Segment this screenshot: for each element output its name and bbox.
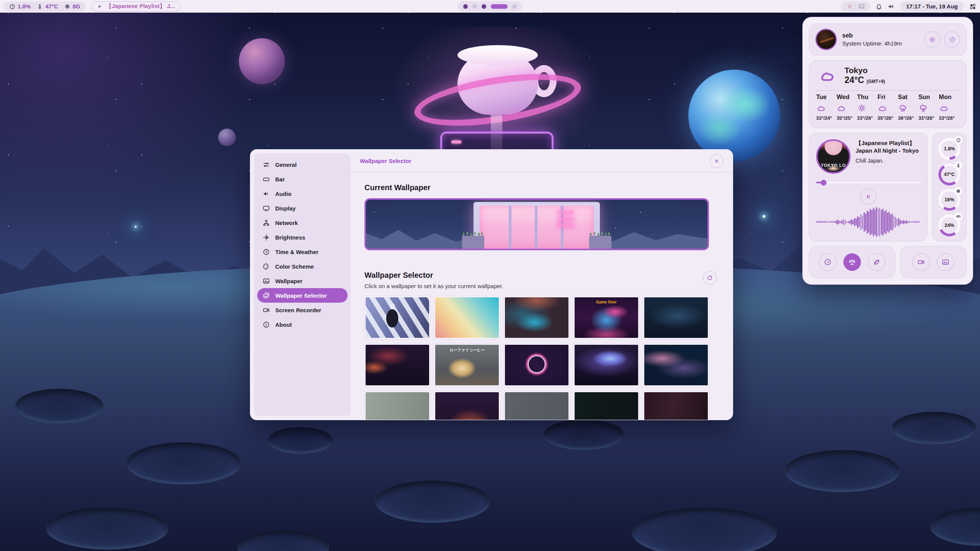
wallpaper-thumb-pastel-gradient[interactable] — [434, 296, 500, 339]
media-pill[interactable]: 【Japanese Playlist】 J... — [91, 2, 181, 11]
selector-subtitle: Click on a wallpaper to set it as your c… — [364, 283, 503, 289]
album-art: TOKYO LO — [816, 139, 851, 174]
preview-planter — [462, 236, 484, 249]
volume-button[interactable] — [888, 3, 895, 10]
rain-weather-icon — [898, 103, 918, 113]
gauge-icon — [824, 258, 831, 266]
cpu-usage: 1.8% — [9, 3, 31, 10]
leaf-icon — [873, 258, 880, 266]
bright-star — [763, 215, 765, 218]
thumb-overlay-text: ローファイコーヒー — [449, 347, 484, 353]
weather-forecast: Tue 33°/24° Wed 35°/25° Thu 33°/26° Fri … — [816, 94, 959, 121]
sidebar-item-wallpaper[interactable]: Wallpaper — [257, 274, 348, 288]
network-icon — [263, 219, 270, 227]
screen-record-button[interactable] — [912, 253, 930, 271]
wallpaper-thumb-sage-gradient[interactable] — [364, 391, 430, 420]
wallpaper-thumb-cyberpunk-arcade[interactable]: Game Over — [573, 296, 639, 339]
power-button[interactable] — [944, 31, 960, 47]
window-header: Wallpaper Selector — [351, 150, 733, 172]
wallpaper-thumb-ember-forest-figure[interactable] — [364, 344, 430, 386]
window-title: Wallpaper Selector — [360, 158, 412, 164]
dashboard-button[interactable] — [969, 3, 976, 10]
workspace-dot-occupied[interactable] — [463, 4, 468, 9]
wallpaper-thumb-teal-aurora-blur[interactable] — [504, 296, 570, 339]
preview-cafe: Fresh Moon Beans — [474, 202, 600, 249]
settings-button[interactable] — [924, 31, 940, 47]
current-wallpaper-heading: Current Wallpaper — [364, 183, 717, 192]
tray-app-icon-2[interactable] — [858, 3, 865, 10]
wallpaper-thumb-nebula-forest[interactable] — [573, 344, 639, 386]
gallery-icon — [263, 292, 270, 299]
power-icon — [949, 36, 956, 43]
weather-temperature: 24°C — [844, 75, 864, 85]
weather-city: Tokyo — [844, 66, 885, 75]
sidebar-item-color-scheme[interactable]: Color Scheme — [257, 259, 348, 274]
sidebar-item-time-weather[interactable]: Time & Weather — [257, 245, 348, 259]
system-stat-memory: 16% — [938, 188, 961, 212]
power-saver-profile-button[interactable] — [868, 253, 885, 271]
workspace-dot-empty[interactable] — [472, 4, 477, 9]
sidebar-item-wallpaper-selector[interactable]: Wallpaper Selector — [257, 288, 348, 303]
close-button[interactable] — [710, 154, 724, 168]
wallpaper-thumb-particle-mesh-wave[interactable] — [643, 344, 709, 386]
progress-knob[interactable] — [821, 180, 826, 186]
storm-weather-icon — [918, 103, 939, 113]
settings-window: General Bar Audio Display Network Bright… — [250, 149, 733, 420]
wallpaper-thumb-crimson-grove[interactable] — [434, 391, 500, 420]
dashboard-panel: seb System Uptime: 4h19m Tokyo 24°C (GMT… — [802, 17, 973, 285]
sidebar-item-screen-recorder[interactable]: Screen Recorder — [257, 303, 348, 317]
video-camera-icon — [917, 258, 925, 266]
system-stat-temperature: 47°C — [938, 163, 961, 186]
weather-divider — [816, 90, 959, 91]
avatar — [815, 29, 837, 50]
sidebar-item-about[interactable]: About — [257, 317, 348, 332]
wallpaper-thumb-lofi-coffee-shop[interactable]: ローファイコーヒー — [434, 344, 500, 386]
media-progress-slider[interactable] — [816, 180, 920, 185]
wallpaper-thumb-plum-dusk[interactable] — [643, 391, 709, 420]
settings-content: Current Wallpaper Fresh Moon Beans Wallp… — [351, 173, 733, 420]
sidebar-item-bar[interactable]: Bar — [257, 172, 348, 186]
balanced-profile-button[interactable] — [843, 253, 861, 271]
cpu-temp: 47°C — [37, 3, 58, 10]
wallpaper-thumb-purple-eclipse-ring[interactable] — [504, 344, 570, 386]
preview-planter — [589, 236, 611, 249]
sidebar-item-audio[interactable]: Audio — [257, 186, 348, 201]
display-icon — [263, 205, 270, 212]
sidebar-item-network[interactable]: Network — [257, 215, 348, 230]
screenshot-button[interactable] — [937, 253, 954, 271]
sidebar-list: General Bar Audio Display Network Bright… — [257, 157, 348, 332]
system-stat-cpu: 1.8% — [938, 137, 961, 161]
preview-neon-text: Fresh Moon Beans — [552, 209, 579, 228]
user-card: seb System Uptime: 4h19m — [809, 23, 967, 55]
pause-button[interactable] — [860, 189, 876, 205]
cloud-weather-icon — [939, 103, 959, 113]
forecast-day: Wed 35°/25° — [836, 94, 857, 121]
system-uptime: System Uptime: 4h19m — [842, 40, 902, 47]
refresh-button[interactable] — [703, 271, 717, 285]
purple-planet — [239, 38, 285, 84]
image-icon — [942, 258, 949, 266]
sidebar-item-brightness[interactable]: Brightness — [257, 230, 348, 245]
top-bar: 1.8% 47°C 8G 【Japanese Playlist】 J... 17… — [0, 0, 980, 13]
earth-planet — [688, 70, 780, 161]
audio-icon — [263, 190, 270, 197]
partly-weather-icon — [857, 103, 877, 113]
wallpaper-thumb-snowy-night-castle[interactable] — [643, 296, 709, 339]
scales-icon — [848, 258, 856, 266]
workspace-dot-empty[interactable] — [512, 4, 517, 9]
performance-profile-button[interactable] — [819, 253, 836, 271]
workspace-dot-occupied[interactable] — [482, 4, 486, 9]
media-pill-title: 【Japanese Playlist】 J... — [106, 3, 175, 10]
sidebar-item-display[interactable]: Display — [257, 201, 348, 215]
clock[interactable]: 17:17 - Tue, 19 Aug — [900, 2, 964, 11]
system-stats-pill[interactable]: 1.8% 47°C 8G — [4, 2, 86, 11]
tray-app-icon-1[interactable] — [846, 3, 853, 10]
wallpaper-thumb-onyx-teal[interactable] — [573, 391, 639, 420]
sidebar-item-general[interactable]: General — [257, 157, 348, 172]
wallpaper-thumb-anime-crosswalk[interactable] — [364, 296, 430, 339]
workspace-dot-active[interactable] — [491, 4, 508, 9]
notifications-button[interactable] — [875, 3, 882, 10]
system-tray — [841, 2, 870, 11]
bright-star — [135, 226, 137, 228]
wallpaper-thumb-slate-gradient[interactable] — [504, 391, 570, 420]
